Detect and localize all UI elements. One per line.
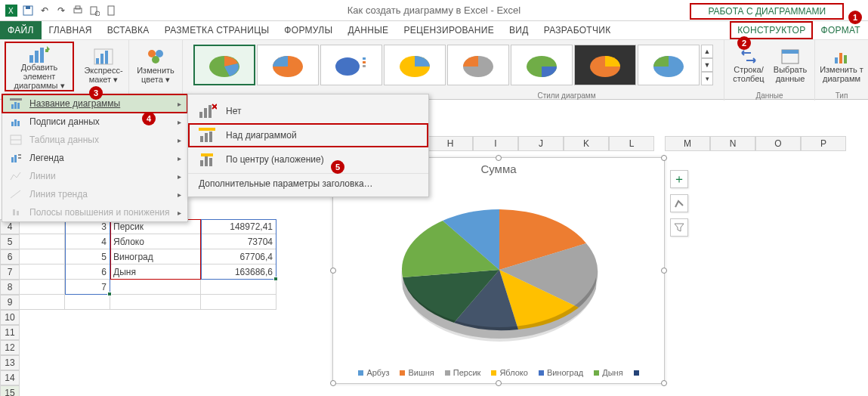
chart-style-6[interactable] (511, 45, 573, 85)
col-K[interactable]: K (564, 136, 609, 151)
col-O[interactable]: O (755, 136, 801, 151)
col-N[interactable]: N (710, 136, 755, 151)
print-preview-icon[interactable] (86, 2, 103, 19)
row-6[interactable]: 6 (0, 249, 20, 265)
svg-text:X: X (8, 7, 14, 15)
chevron-right-icon: ▸ (178, 100, 181, 108)
row-13[interactable]: 13 (0, 355, 20, 370)
tab-insert[interactable]: ВСТАВКА (100, 21, 157, 39)
row-9[interactable]: 9 (0, 295, 20, 310)
submenu-none[interactable]: Нет (188, 99, 428, 123)
quick-print-icon[interactable] (70, 2, 86, 19)
chart-style-7[interactable] (574, 45, 636, 85)
chart-style-8[interactable] (638, 45, 700, 85)
row-15[interactable]: 15 (0, 385, 20, 396)
menu-data-labels[interactable]: Подписи данных ▸ (2, 113, 187, 131)
row-10[interactable]: 10 (0, 310, 20, 325)
change-colors-button[interactable]: Изменить цвета ▾ (134, 42, 178, 87)
redo-icon[interactable]: ↷ (53, 2, 70, 19)
new-icon[interactable] (103, 2, 119, 19)
chart-handle[interactable] (330, 380, 336, 386)
chart-handle[interactable] (496, 380, 502, 386)
row-12[interactable]: 12 (0, 340, 20, 355)
select-data-button[interactable]: Выбрать данные (770, 42, 811, 87)
svg-rect-47 (18, 154, 21, 156)
chart-handle[interactable] (661, 268, 667, 274)
row-5[interactable]: 5 (0, 234, 20, 249)
menu-legend-label: Легенда (29, 153, 64, 163)
col-P[interactable]: P (801, 136, 846, 151)
legend-persik: Персик (453, 368, 481, 377)
submenu-more-options[interactable]: Дополнительные параметры заголовка… (188, 173, 428, 192)
row-14[interactable]: 14 (0, 370, 20, 385)
range-handle[interactable] (107, 292, 112, 296)
select-data-label: Выбрать данные (774, 65, 807, 83)
tab-data[interactable]: ДАННЫЕ (340, 21, 396, 39)
tab-format[interactable]: ФОРМАТ (813, 21, 868, 39)
change-chart-type-button[interactable]: Изменить т диаграмм (819, 42, 864, 87)
tab-review[interactable]: РЕЦЕНЗИРОВАНИЕ (396, 21, 502, 39)
col-L[interactable]: L (609, 136, 654, 151)
menu-legend[interactable]: Легенда ▸ (2, 149, 187, 167)
submenu-above-chart-label: Над диаграммой (226, 130, 297, 141)
gallery-more-button[interactable]: ▾ (701, 72, 713, 85)
chart-legend: Арбуз Вишня Персик Яблоко Виноград Дыня (333, 368, 664, 377)
tab-formulas[interactable]: ФОРМУЛЫ (276, 21, 340, 39)
chart-elements-button[interactable]: ＋ (670, 170, 688, 188)
col-I[interactable]: I (473, 136, 518, 151)
chevron-right-icon: ▸ (178, 190, 181, 199)
menu-trendline-label: Линия тренда (29, 189, 88, 200)
menu-lines-label: Линии (29, 171, 56, 181)
badge-4: 4 (142, 112, 156, 125)
chart-style-5[interactable] (447, 45, 509, 85)
row-8[interactable]: 8 (0, 280, 20, 295)
svg-rect-46 (14, 155, 17, 162)
pie-chart (333, 175, 666, 357)
svg-rect-57 (199, 128, 215, 131)
chart-style-4[interactable] (384, 45, 446, 85)
cell-D8[interactable] (201, 280, 276, 295)
gallery-down-button[interactable]: ▼ (701, 58, 713, 72)
tab-home[interactable]: ГЛАВНАЯ (42, 21, 100, 39)
svg-rect-51 (17, 211, 19, 215)
chart-style-2[interactable] (257, 45, 319, 85)
undo-icon[interactable]: ↶ (36, 2, 53, 19)
cell-C8[interactable] (110, 280, 201, 295)
chart-styles-group-label: Стили диаграмм (409, 91, 724, 100)
chart-handle[interactable] (661, 380, 667, 386)
chevron-right-icon: ▸ (178, 136, 181, 144)
tab-file[interactable]: ФАЙЛ (0, 21, 42, 39)
switch-row-col-button[interactable]: Строка/ столбец (728, 42, 770, 87)
tab-view[interactable]: ВИД (502, 21, 536, 39)
gallery-up-button[interactable]: ▲ (701, 45, 713, 58)
above-chart-icon (196, 125, 218, 145)
row-11[interactable]: 11 (0, 325, 20, 340)
svg-rect-8 (108, 6, 114, 15)
col-J[interactable]: J (518, 136, 564, 151)
chart-style-1[interactable] (193, 45, 255, 85)
svg-rect-25 (363, 65, 366, 67)
save-icon[interactable] (20, 2, 36, 19)
col-H[interactable]: H (428, 136, 473, 151)
svg-rect-50 (13, 209, 15, 215)
quick-layout-button[interactable]: Экспресс- макет ▾ (83, 42, 124, 87)
submenu-centered-overlay[interactable]: По центру (наложение) (188, 147, 428, 172)
tab-developer[interactable]: РАЗРАБОТЧИК (536, 21, 619, 39)
chart-handle[interactable] (330, 268, 336, 274)
svg-rect-39 (17, 103, 20, 109)
row-7[interactable]: 7 (0, 265, 20, 280)
chart-style-3[interactable] (320, 45, 382, 85)
tab-page-layout[interactable]: РАЗМЕТКА СТРАНИЦЫ (157, 21, 277, 39)
column-headers-right: M N O P (665, 136, 868, 151)
chart-handle[interactable] (496, 155, 502, 161)
data-table-icon (8, 133, 23, 147)
submenu-above-chart[interactable]: Над диаграммой (188, 123, 428, 147)
range-handle[interactable] (273, 277, 278, 281)
chart-styles-button[interactable] (670, 194, 688, 212)
chart-handle[interactable] (661, 155, 667, 161)
chart-filter-button[interactable] (670, 218, 688, 237)
range-outline-b (65, 219, 110, 295)
svg-rect-61 (200, 160, 203, 166)
add-chart-element-button[interactable]: Добавить элемент диаграммы ▾ (5, 42, 74, 91)
col-M[interactable]: M (665, 136, 710, 151)
